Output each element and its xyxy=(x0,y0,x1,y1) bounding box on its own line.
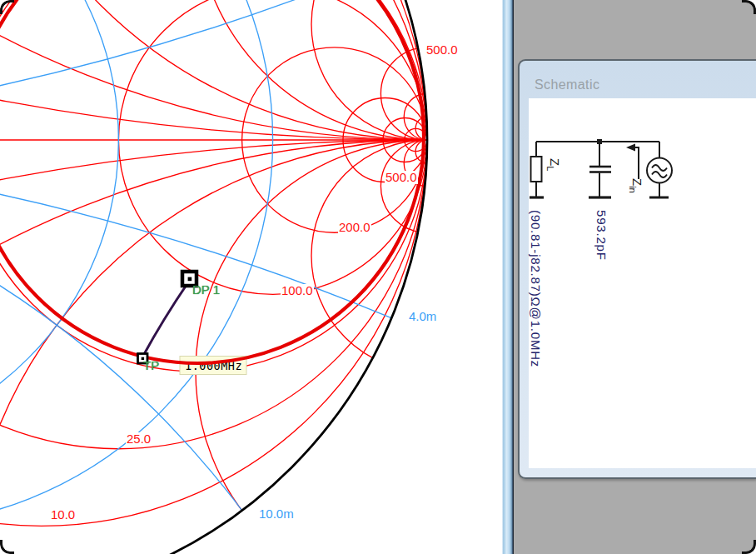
design-point-label: DP 1 xyxy=(192,283,220,297)
admittance-grid xyxy=(0,0,502,554)
window-aero-border[interactable] xyxy=(502,0,514,554)
zin-label-symbol: Z xyxy=(630,178,644,186)
zin-impedance-value: (90.81-j82.87)Ω@1.0MHz xyxy=(529,210,543,367)
unit-circle-boundary xyxy=(0,0,427,554)
trace-point-label: TP xyxy=(143,359,159,372)
capacitor-value[interactable]: 593.2pF xyxy=(594,210,609,261)
resistance-label-25: 25.0 xyxy=(126,432,152,446)
app-window: 1.000MHz 500.0 500.0 200.0 100.0 25.0 10… xyxy=(0,0,756,554)
smith-chart-svg: 1.000MHz xyxy=(0,0,502,554)
smith-chart-canvas[interactable]: 1.000MHz 500.0 500.0 200.0 100.0 25.0 10… xyxy=(0,0,502,554)
zin-label-sub: in xyxy=(628,186,638,193)
load-label-symbol: Z xyxy=(548,158,562,166)
susceptance-label-4m: 4.0m xyxy=(408,310,437,323)
resistance-label-200: 200.0 xyxy=(338,221,371,234)
load-label: ZL xyxy=(545,158,562,171)
schematic-panel-title: Schematic xyxy=(535,77,599,92)
reactance-label-500: 500.0 xyxy=(425,43,459,57)
sweep-trace xyxy=(0,0,424,363)
schematic-panel: Schematic xyxy=(518,59,756,479)
impedance-grid xyxy=(0,0,502,554)
zin-label: Zin xyxy=(628,178,644,193)
resistance-label-100: 100.0 xyxy=(281,284,314,297)
matching-path xyxy=(143,282,188,356)
resistance-label-500: 500.0 xyxy=(385,171,418,184)
resistance-label-10: 10.0 xyxy=(50,508,76,522)
susceptance-label-10m: 10.0m xyxy=(258,507,295,521)
schematic-drawing-area[interactable] xyxy=(529,98,756,468)
load-label-sub: L xyxy=(545,166,555,171)
